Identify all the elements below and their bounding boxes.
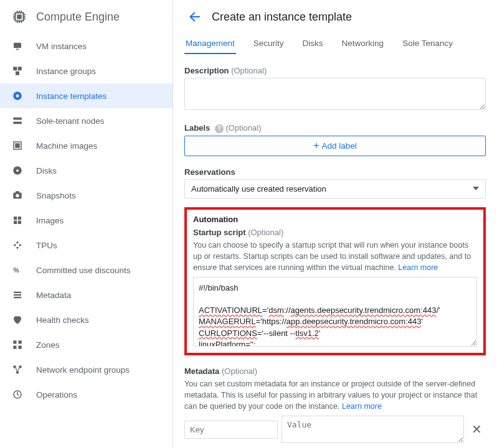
back-arrow-icon[interactable] (188, 10, 202, 24)
optional-text: (Optional) (222, 366, 257, 376)
product-name: Compute Engine (36, 11, 120, 24)
metadata-value-input[interactable] (282, 416, 464, 443)
machine-images-icon (11, 140, 24, 151)
reservations-dropdown[interactable]: Automatically use created reservation (184, 179, 486, 198)
tab-disks[interactable]: Disks (301, 34, 324, 54)
reservations-label: Reservations (184, 167, 486, 177)
sidebar: Compute Engine VM instances Instance gro… (0, 0, 173, 448)
main-content: Create an instance template Management S… (173, 0, 497, 448)
network-endpoint-icon (11, 364, 24, 375)
svg-point-29 (16, 194, 19, 197)
tab-security[interactable]: Security (252, 34, 285, 54)
metadata-help-body: You can set custom metadata for an insta… (184, 380, 477, 411)
sidebar-item-network-endpoint-groups[interactable]: Network endpoint groups (0, 357, 173, 382)
sidebar-item-zones[interactable]: Zones (0, 332, 173, 357)
svg-rect-37 (14, 297, 21, 298)
sidebar-item-label: Images (36, 216, 64, 225)
automation-label: Automation (193, 215, 477, 224)
chevron-down-icon (473, 187, 479, 190)
svg-rect-36 (14, 294, 21, 296)
page-header: Create an instance template (173, 0, 497, 29)
description-label: Description (Optional) (184, 66, 486, 75)
sidebar-item-vm-instances[interactable]: VM instances (0, 34, 173, 58)
svg-rect-31 (18, 217, 21, 220)
nodes-icon (11, 115, 24, 126)
sidebar-item-label: Metadata (36, 291, 71, 300)
sidebar-item-committed-use-discounts[interactable]: % Committed use discounts (0, 258, 173, 282)
sidebar-item-label: Network endpoint groups (36, 365, 130, 375)
tab-management[interactable]: Management (184, 34, 236, 54)
optional-text: (Optional) (225, 123, 261, 133)
labels-label-text: Labels (184, 123, 210, 133)
sidebar-item-operations[interactable]: Operations (0, 382, 173, 407)
startup-script-input[interactable]: #!/bin/bash ACTIVATIONURL='dsm://agents.… (193, 277, 477, 347)
remove-row-icon[interactable]: ✕ (468, 422, 486, 437)
automation-highlight: Automation Startup script (Optional) You… (184, 207, 486, 355)
sidebar-item-label: VM instances (36, 42, 87, 51)
operations-icon (11, 389, 24, 400)
tab-networking[interactable]: Networking (341, 34, 386, 54)
svg-point-44 (16, 371, 19, 374)
add-label-button[interactable]: + Add label (184, 136, 486, 156)
svg-rect-1 (17, 15, 21, 18)
tab-sole-tenancy[interactable]: Sole Tenancy (401, 34, 454, 54)
optional-text: (Optional) (248, 228, 283, 237)
svg-rect-20 (16, 95, 19, 98)
svg-rect-18 (16, 72, 19, 75)
sidebar-item-tpus[interactable]: TPUs (0, 233, 173, 258)
sidebar-item-images[interactable]: Images (0, 208, 173, 233)
templates-icon (11, 90, 24, 101)
sidebar-item-disks[interactable]: Disks (0, 158, 173, 183)
metadata-help-text: You can set custom metadata for an insta… (184, 378, 486, 412)
health-checks-icon (11, 314, 24, 325)
svg-text:%: % (13, 266, 19, 274)
metadata-key-input[interactable] (184, 421, 278, 439)
sidebar-item-label: Instance templates (36, 91, 107, 101)
svg-rect-32 (14, 221, 17, 224)
svg-rect-30 (14, 217, 17, 220)
svg-rect-24 (16, 144, 19, 147)
description-input[interactable] (184, 78, 486, 110)
svg-rect-39 (19, 340, 22, 343)
help-icon[interactable]: ? (215, 124, 224, 133)
discounts-icon: % (11, 264, 24, 276)
disks-icon (11, 165, 24, 176)
startup-help-text: You can choose to specify a startup scri… (193, 240, 477, 273)
images-icon (11, 215, 24, 226)
sidebar-item-label: Operations (36, 390, 77, 399)
sidebar-item-metadata[interactable]: Metadata (0, 282, 173, 307)
sidebar-item-instance-templates[interactable]: Instance templates (0, 83, 173, 108)
sidebar-item-label: Disks (36, 166, 57, 175)
description-label-text: Description (184, 66, 229, 75)
learn-more-link[interactable]: Learn more (398, 263, 438, 272)
groups-icon (11, 65, 24, 77)
svg-rect-21 (13, 118, 22, 120)
svg-rect-17 (18, 67, 22, 70)
sidebar-item-label: Snapshots (36, 191, 76, 200)
product-header: Compute Engine (0, 0, 173, 34)
sidebar-item-label: Committed use discounts (36, 266, 131, 275)
sidebar-nav[interactable]: VM instances Instance groups Instance te… (0, 34, 173, 448)
svg-rect-22 (13, 122, 22, 124)
tpus-icon (11, 240, 24, 251)
svg-rect-41 (19, 346, 22, 349)
svg-rect-15 (16, 49, 19, 50)
sidebar-item-health-checks[interactable]: Health checks (0, 307, 173, 332)
compute-engine-icon (11, 9, 27, 25)
startup-script-label: Startup script (Optional) (193, 228, 477, 237)
sidebar-item-label: Health checks (36, 315, 89, 325)
sidebar-item-label: Machine images (36, 141, 97, 151)
sidebar-item-label: Instance groups (36, 67, 96, 76)
optional-text: (Optional) (231, 66, 267, 75)
vm-icon (11, 40, 24, 52)
metadata-label-text: Metadata (184, 366, 219, 376)
learn-more-link[interactable]: Learn more (342, 402, 382, 411)
sidebar-item-machine-images[interactable]: Machine images (0, 133, 173, 158)
sidebar-item-snapshots[interactable]: Snapshots (0, 183, 173, 208)
sidebar-item-sole-tenant-nodes[interactable]: Sole-tenant nodes (0, 108, 173, 133)
sidebar-item-instance-groups[interactable]: Instance groups (0, 58, 173, 83)
metadata-kv-row: ✕ (184, 416, 486, 443)
form-content: Description (Optional) Labels ? (Optiona… (173, 55, 497, 448)
page-title: Create an instance template (212, 11, 352, 24)
svg-rect-35 (14, 292, 21, 293)
